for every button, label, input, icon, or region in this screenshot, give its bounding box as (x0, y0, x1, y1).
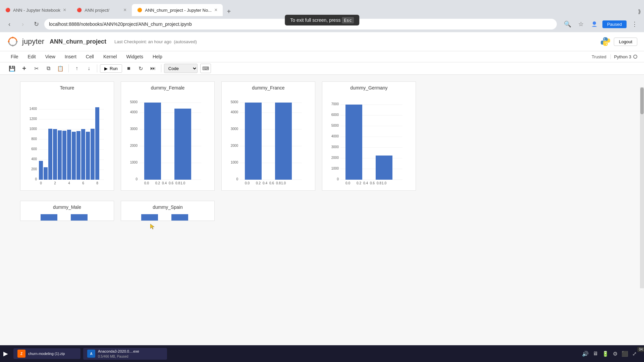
charts-row-1: Tenure 0 200 400 600 800 1000 1200 1400 (20, 81, 624, 191)
svg-text:0.6: 0.6 (269, 181, 274, 185)
svg-text:0.6: 0.6 (370, 181, 375, 185)
save-button[interactable]: 💾 (7, 64, 17, 73)
taskbar-expand2-icon[interactable]: ⤢ (632, 351, 637, 357)
dummy-female-chart: dummy_Female 0 1000 2000 3000 4000 5000 (121, 81, 215, 191)
svg-text:0.2: 0.2 (357, 181, 361, 185)
logout-button[interactable]: Logout (614, 38, 637, 46)
svg-text:0.2: 0.2 (256, 181, 261, 185)
svg-text:1000: 1000 (30, 127, 37, 131)
trusted-badge[interactable]: Trusted (589, 54, 609, 60)
taskbar-play-button[interactable]: ▶ (3, 350, 8, 357)
scrollbar-thumb[interactable] (640, 87, 644, 114)
svg-text:5000: 5000 (231, 100, 238, 104)
menu-edit[interactable]: Edit (24, 53, 40, 61)
svg-text:6000: 6000 (331, 113, 339, 117)
taskbar-settings-icon[interactable]: ⚙ (613, 351, 618, 357)
dummy-male-chart-partial (24, 213, 104, 221)
dummy-france-chart-svg: 0 1000 2000 3000 4000 5000 (228, 93, 309, 187)
taskbar-battery-icon[interactable]: 🔋 (602, 351, 609, 357)
back-button[interactable]: ‹ (4, 19, 15, 29)
forward-button[interactable]: › (17, 19, 28, 29)
tab-bar: 🔴 ANN - Jupyter Notebook × 🔴 ANN project… (0, 0, 644, 16)
svg-text:0.0: 0.0 (144, 181, 149, 185)
move-up-button[interactable]: ↑ (71, 64, 82, 73)
paused-button[interactable]: Paused (602, 20, 627, 28)
scrollbar[interactable] (640, 87, 644, 288)
menu-widgets[interactable]: Widgets (122, 53, 147, 61)
taskbar-expand-icon[interactable]: ⬛ (622, 351, 628, 357)
tenure-chart-title: Tenure (24, 85, 110, 90)
move-down-button[interactable]: ↓ (84, 64, 94, 73)
jupyter-logo: jupyter (7, 36, 44, 48)
taskbar-volume-icon[interactable]: 🔊 (582, 351, 589, 357)
menu-insert[interactable]: Insert (61, 53, 80, 61)
run-button[interactable]: ▶ Run (100, 64, 122, 73)
dummy-male-chart-title: dummy_Male (24, 204, 110, 210)
taskbar-icon-1: Z (17, 350, 25, 358)
svg-rect-33 (81, 129, 85, 180)
bookmark-icon[interactable]: ☆ (576, 19, 586, 29)
add-cell-button[interactable]: + (19, 64, 30, 73)
svg-rect-76 (275, 103, 292, 180)
python-logo (600, 37, 610, 47)
fullscreen-tooltip-text: To exit full screen, press (290, 17, 340, 23)
menu-cell[interactable]: Cell (82, 53, 98, 61)
svg-text:0: 0 (136, 177, 138, 181)
svg-text:3000: 3000 (130, 127, 138, 131)
dummy-france-chart: dummy_France 0 1000 2000 3000 4000 5000 (221, 81, 315, 191)
tab-3-close[interactable]: × (214, 7, 217, 13)
svg-text:2000: 2000 (130, 144, 138, 147)
copy-button[interactable]: ⧉ (43, 64, 54, 73)
svg-text:1200: 1200 (30, 117, 37, 121)
keyboard-button[interactable]: ⌨ (200, 64, 211, 73)
taskbar-item-1[interactable]: Z churn-modeling (1).zip (13, 348, 80, 359)
stop-button[interactable]: ■ (123, 64, 134, 73)
kernel-label: Python 3 (614, 54, 631, 59)
svg-rect-29 (62, 131, 66, 180)
taskbar-item-2[interactable]: A Anaconda3-2020.0....exe 0.5/466 MB, Pa… (83, 348, 167, 360)
dummy-spain-chart: dummy_Spain (121, 201, 215, 221)
side-panel-button[interactable]: ⟫ (635, 7, 644, 16)
svg-text:0.8: 0.8 (175, 181, 180, 185)
cell-type-select[interactable]: Code (164, 64, 198, 73)
menu-dots-icon[interactable]: ⋮ (629, 19, 640, 29)
menu-view[interactable]: View (41, 53, 59, 61)
taskbar-network-icon[interactable]: 🖥 (593, 351, 598, 357)
tab-2[interactable]: 🔴 ANN project/ × (71, 4, 132, 16)
paste-button[interactable]: 📋 (55, 64, 66, 73)
jupyter-logo-text: jupyter (22, 37, 44, 46)
menu-help[interactable]: Help (149, 53, 166, 61)
cut-button[interactable]: ✂ (31, 64, 42, 73)
reload-button[interactable]: ↻ (31, 19, 42, 29)
tab-3[interactable]: 🟠 ANN_churn_project - Jupyter No... × (132, 4, 223, 16)
svg-text:3000: 3000 (231, 127, 238, 131)
menu-kernel[interactable]: Kernel (99, 53, 121, 61)
svg-text:1000: 1000 (231, 161, 238, 164)
taskbar-item-2-content: Anaconda3-2020.0....exe 0.5/466 MB, Paus… (98, 349, 163, 358)
taskbar-item-1-label: churn-modeling (1).zip (28, 352, 65, 356)
address-text: localhost:8888/notebooks/ANN%20project/A… (49, 21, 192, 27)
restart-button[interactable]: ↻ (136, 64, 146, 73)
svg-rect-24 (39, 161, 43, 180)
tab-1-label: ANN - Jupyter Notebook (13, 8, 60, 13)
svg-rect-99 (345, 105, 362, 180)
svg-text:1000: 1000 (331, 167, 339, 170)
svg-rect-109 (141, 214, 158, 221)
tab-1-close[interactable]: × (63, 7, 66, 13)
notebook-title[interactable]: ANN_churn_project (50, 38, 106, 45)
menu-file[interactable]: File (7, 53, 22, 61)
svg-point-5 (8, 41, 10, 43)
svg-text:0: 0 (40, 181, 42, 185)
new-tab-button[interactable]: + (224, 7, 233, 16)
profile-icon[interactable] (589, 19, 600, 29)
svg-rect-26 (48, 129, 52, 180)
svg-text:0.0: 0.0 (245, 181, 250, 185)
svg-text:2000: 2000 (331, 156, 339, 160)
tab-2-close[interactable]: × (123, 7, 126, 13)
tab-1[interactable]: 🔴 ANN - Jupyter Notebook × (0, 4, 71, 16)
dummy-germany-chart-svg: 0 1000 2000 3000 4000 5000 6000 7000 (329, 93, 409, 187)
menu-bar: File Edit View Insert Cell Kernel Widget… (0, 51, 644, 62)
svg-rect-27 (53, 129, 57, 180)
search-icon[interactable]: 🔍 (562, 19, 573, 29)
restart-run-button[interactable]: ⏭ (148, 64, 158, 73)
